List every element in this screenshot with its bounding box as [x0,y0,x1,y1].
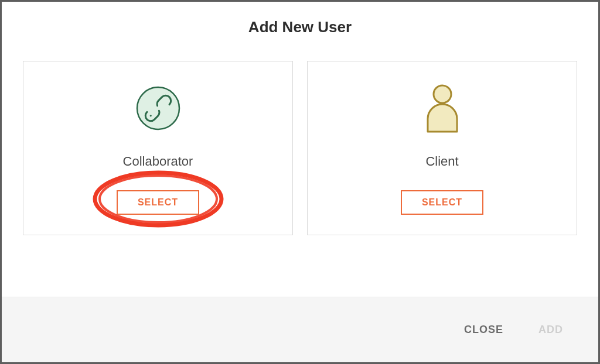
card-label-client: Client [425,154,458,169]
card-client: Client SELECT [307,61,577,235]
select-client-button[interactable]: SELECT [401,190,483,215]
modal-body: Add New User Collaborator SELECT [2,2,598,297]
close-button[interactable]: CLOSE [464,324,503,336]
card-label-collaborator: Collaborator [123,154,193,169]
modal-title: Add New User [23,18,577,36]
add-button: ADD [538,324,563,336]
select-collaborator-button[interactable]: SELECT [117,190,199,215]
svg-point-0 [137,87,179,129]
person-icon [422,85,463,132]
svg-point-3 [434,85,451,103]
add-user-modal: Add New User Collaborator SELECT [0,0,600,364]
link-icon [135,85,181,132]
card-collaborator: Collaborator SELECT [23,61,293,235]
modal-footer: CLOSE ADD [2,297,598,362]
user-type-cards: Collaborator SELECT Client SELECT [23,61,577,235]
